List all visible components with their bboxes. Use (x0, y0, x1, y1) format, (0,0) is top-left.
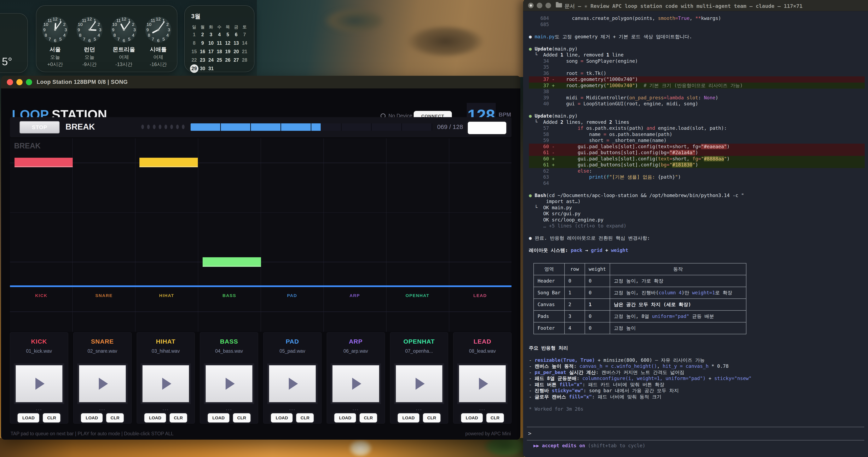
clock-numeral: 12 (53, 17, 57, 22)
clock-center-pin (89, 29, 91, 31)
calendar-day: 28 (240, 56, 249, 64)
pad-card-arp: ARP 06_arp.wav ... LOADCLR (327, 332, 385, 423)
terminal-line: … +5 lines (ctrl+o to expand) (529, 223, 865, 229)
track-label-lead: LEAD (449, 293, 512, 298)
track-label-bass: BASS (198, 293, 261, 298)
load-button[interactable]: LOAD (334, 413, 356, 423)
folder-icon (556, 3, 562, 7)
pad-play-button[interactable] (79, 365, 126, 402)
clock-numeral: 12 (121, 17, 126, 22)
calendar-selected-day: 29 (190, 64, 198, 73)
calendar-day: 9 (198, 39, 207, 47)
pad-play-button[interactable] (459, 365, 506, 402)
load-button[interactable]: LOAD (398, 413, 420, 423)
calendar-day: 22 (190, 56, 198, 64)
clock-numeral: 6 (157, 38, 159, 43)
stop-button[interactable]: STOP (20, 121, 60, 133)
clock-numeral: 11 (82, 18, 86, 23)
load-button[interactable]: LOAD (81, 413, 103, 423)
pad-play-button[interactable] (396, 365, 443, 402)
calendar-day: 31 (207, 64, 215, 73)
sequencer-canvas[interactable]: BREAK KICK SNARE HIHAT BASS PAD ARP OPEN… (10, 138, 512, 332)
pad-play-button[interactable] (269, 365, 316, 402)
minimize-button[interactable] (537, 3, 542, 8)
clear-button[interactable]: CLR (233, 413, 251, 423)
terminal-line: 61 - gui.pad_buttons[slot].config(bg="#2… (529, 150, 865, 156)
terminal-line (529, 400, 865, 406)
song-progress-bar[interactable] (191, 123, 432, 131)
calendar-day: 1 (190, 30, 198, 39)
close-button[interactable] (7, 79, 13, 85)
close-button[interactable] (528, 3, 534, 8)
play-icon (226, 378, 235, 390)
zoom-button[interactable] (546, 3, 551, 8)
clear-button[interactable]: CLR (296, 413, 314, 423)
clock-numeral: 12 (87, 17, 92, 22)
song-position: 069 / 128 (437, 123, 463, 130)
clear-button[interactable]: CLR (360, 413, 377, 423)
play-icon (352, 378, 361, 390)
clear-button[interactable]: CLR (43, 413, 61, 423)
clock-numeral: 3 (168, 27, 170, 32)
pad-play-button[interactable] (205, 365, 253, 402)
terminal-line (529, 229, 865, 235)
table-row: Song Bar 1 0 고정 높이, 진행바(column 4)만 weigh… (534, 287, 746, 299)
pad-card-kick: KICK 01_kick.wav ... LOADCLR (10, 332, 68, 423)
track-label-hihat: HIHAT (135, 293, 198, 298)
note-block-hihat (140, 158, 198, 167)
pad-play-frame (141, 363, 191, 404)
pad-filename: 03_hihat.wav (152, 348, 180, 354)
loop-station-titlebar[interactable]: Loop Station 128BPM 0/8 | SONG (1, 76, 520, 89)
clock-offset-label: -16시간 (150, 61, 167, 68)
pad-play-button[interactable] (332, 365, 379, 402)
clock-numeral: 11 (48, 18, 52, 23)
weather-widget[interactable]: 5° (0, 13, 28, 73)
clock-london: 121234567891011 런던 오늘 -9시간 (73, 17, 106, 68)
pad-play-frame (331, 363, 381, 404)
terminal-titlebar[interactable]: 문서 — ✳ Review APC loop station code with… (523, 0, 868, 11)
clear-button[interactable]: CLR (106, 413, 124, 423)
pad-play-button[interactable] (142, 365, 190, 402)
calendar-widget[interactable]: 3월 일월화수목금토 12345678910111213141516171819… (184, 5, 254, 72)
load-button[interactable]: LOAD (18, 413, 39, 423)
pad-play-button[interactable] (15, 365, 63, 402)
table-row: Pads 3 0 고정 높이, 8열 uniform="pad" 균등 배분 (534, 311, 746, 322)
clock-offset-label: -13시간 (115, 61, 132, 68)
clock-city-label: 시애틀 (150, 46, 167, 53)
pad-card-pad: PAD 05_pad.wav ... LOADCLR (263, 332, 321, 423)
track-label-kick: KICK (10, 293, 73, 298)
calendar-day (240, 64, 249, 73)
calendar-day: 8 (190, 39, 198, 47)
terminal-line: 59 short = _shorten_name(name) (529, 137, 865, 144)
bar-dot (153, 125, 156, 129)
zoom-button[interactable] (26, 79, 32, 85)
prompt-input[interactable]: > (528, 430, 531, 436)
minimize-button[interactable] (17, 79, 23, 85)
terminal-line: 685 (529, 22, 865, 28)
load-button[interactable]: LOAD (271, 413, 293, 423)
analog-clock-face: 121234567891011 (111, 17, 137, 43)
terminal-line: 37 - root.geometry("1000x740") (529, 76, 865, 83)
load-button[interactable]: LOAD (144, 413, 166, 423)
world-clock-widget[interactable]: 121234567891011 서울 오늘 +0시간 1212345678910… (36, 5, 177, 72)
clock-numeral: 7 (152, 37, 154, 42)
pad-card-snare: SNARE 02_snare.wav ... LOADCLR (73, 332, 131, 423)
pad-title: PAD (286, 338, 299, 345)
terminal-line: 주요 반응형 처리 (529, 345, 865, 351)
terminal-line: 58 name = os.path.basename(path) (529, 131, 865, 138)
clear-button[interactable]: CLR (169, 413, 187, 423)
clock-day-label: 어제 (119, 54, 129, 60)
clear-button[interactable]: CLR (486, 413, 504, 423)
terminal-window: 문서 — ✳ Review APC loop station code with… (523, 0, 868, 457)
pad-title: KICK (31, 338, 47, 345)
clear-button[interactable]: CLR (423, 413, 441, 423)
load-button[interactable]: LOAD (208, 413, 229, 423)
load-button[interactable]: LOAD (461, 413, 483, 423)
clock-center-pin (157, 29, 159, 31)
terminal-line: ● Update(main.py) (529, 113, 865, 119)
clock-numeral: 3 (133, 27, 136, 32)
transport-blank-button[interactable] (468, 122, 506, 134)
calendar-day: 23 (198, 56, 207, 64)
prompt-separator (527, 427, 864, 427)
pad-filename: 04_bass.wav (215, 348, 243, 354)
